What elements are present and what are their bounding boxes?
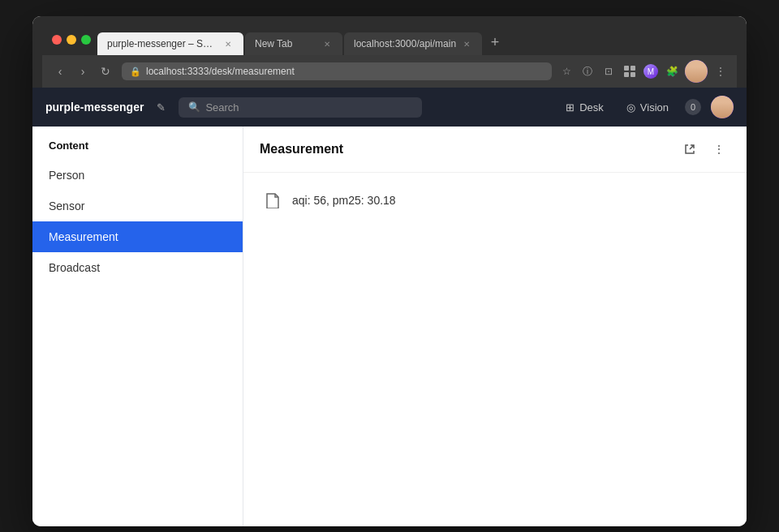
lock-icon: 🔒: [130, 66, 141, 77]
sidebar-item-label: Measurement: [49, 230, 118, 243]
app-logo: purple-messenger: [45, 101, 144, 114]
window-controls: [52, 35, 91, 45]
list-item[interactable]: aqi: 56, pm25: 30.18: [256, 182, 734, 218]
edit-icon[interactable]: ✎: [157, 101, 166, 114]
external-link-button[interactable]: [678, 138, 701, 161]
reload-button[interactable]: ↻: [96, 62, 115, 81]
browser-chrome: purple-messenger – Sanity ✕ New Tab ✕ lo…: [32, 16, 747, 88]
tab-new-tab[interactable]: New Tab ✕: [245, 32, 342, 55]
tab-close-icon[interactable]: ✕: [222, 38, 234, 49]
logo-text: purple-messenger: [45, 101, 144, 114]
desk-label: Desk: [579, 101, 604, 114]
new-tab-button[interactable]: +: [484, 31, 506, 54]
browser-window: purple-messenger – Sanity ✕ New Tab ✕ lo…: [32, 16, 747, 526]
app-body: Content Person Sensor Measurement Broadc…: [32, 127, 747, 526]
tab-purple-messenger[interactable]: purple-messenger – Sanity ✕: [97, 32, 243, 55]
sidebar-item-label: Broadcast: [49, 261, 100, 274]
sidebar-item-measurement[interactable]: Measurement: [32, 221, 243, 252]
user-avatar-header[interactable]: [711, 96, 734, 118]
tab-localhost[interactable]: localhost:3000/api/main ✕: [344, 32, 482, 55]
sidebar-item-label: Person: [49, 169, 84, 182]
tab-title: localhost:3000/api/main: [354, 38, 456, 49]
info-icon[interactable]: ⓘ: [579, 63, 596, 79]
menu-icon[interactable]: ⋮: [712, 63, 729, 79]
list-item-text: aqi: 56, pm25: 30.18: [292, 194, 396, 207]
svg-rect-0: [624, 66, 629, 71]
content-list: aqi: 56, pm25: 30.18: [243, 173, 747, 228]
puzzle-icon[interactable]: 🧩: [664, 63, 680, 79]
maximize-button[interactable]: [81, 35, 91, 45]
tab-title: purple-messenger – Sanity: [107, 38, 217, 49]
download-icon[interactable]: ⊡: [600, 63, 617, 79]
svg-rect-2: [624, 72, 629, 77]
svg-rect-1: [631, 66, 635, 71]
close-button[interactable]: [52, 35, 62, 45]
search-bar[interactable]: 🔍 Search: [179, 97, 422, 118]
desk-button[interactable]: ⊞ Desk: [559, 98, 610, 117]
address-bar[interactable]: 🔒 localhost:3333/desk/measurement: [122, 62, 552, 80]
sidebar-section-header: Content: [32, 127, 243, 160]
sidebar-item-label: Sensor: [49, 200, 84, 212]
header-right: ⊞ Desk ◎ Vision 0: [559, 96, 734, 118]
user-avatar[interactable]: [685, 60, 708, 83]
browser-toolbar: ‹ › ↻ 🔒 localhost:3333/desk/measurement …: [42, 55, 737, 88]
sidebar-item-person[interactable]: Person: [32, 160, 243, 191]
content-title: Measurement: [260, 142, 678, 157]
tab-bar: purple-messenger – Sanity ✕ New Tab ✕ lo…: [97, 31, 506, 55]
tab-close-icon[interactable]: ✕: [321, 38, 333, 49]
eye-icon: ◎: [626, 101, 635, 114]
main-content: Measurement ⋮: [243, 127, 747, 526]
toolbar-icons: ☆ ⓘ ⊡ M 🧩 ⋮: [558, 60, 729, 83]
content-header: Measurement ⋮: [243, 127, 747, 173]
url-text: localhost:3333/desk/measurement: [146, 66, 295, 77]
extension-icon[interactable]: [622, 63, 638, 79]
forward-button[interactable]: ›: [73, 62, 93, 81]
search-icon: 🔍: [188, 101, 200, 113]
svg-rect-3: [631, 72, 635, 77]
app-header: purple-messenger ✎ 🔍 Search ⊞ Desk ◎ Vis…: [32, 88, 747, 127]
notification-badge[interactable]: 0: [685, 99, 701, 115]
nav-buttons: ‹ › ↻: [50, 62, 115, 81]
desk-icon: ⊞: [566, 101, 575, 114]
sidebar-item-sensor[interactable]: Sensor: [32, 191, 243, 221]
sidebar-item-broadcast[interactable]: Broadcast: [32, 252, 243, 283]
content-actions: ⋮: [678, 138, 730, 161]
back-button[interactable]: ‹: [50, 62, 70, 81]
profile-icon[interactable]: M: [643, 63, 659, 79]
sidebar: Content Person Sensor Measurement Broadc…: [32, 127, 243, 526]
vision-button[interactable]: ◎ Vision: [620, 98, 675, 117]
more-options-button[interactable]: ⋮: [708, 138, 730, 161]
search-placeholder: Search: [205, 101, 239, 114]
minimize-button[interactable]: [67, 35, 76, 45]
tab-title: New Tab: [255, 38, 316, 49]
notification-count: 0: [691, 102, 695, 112]
document-icon: [263, 191, 282, 210]
vision-label: Vision: [640, 101, 669, 114]
tab-close-icon[interactable]: ✕: [461, 38, 472, 49]
star-icon[interactable]: ☆: [558, 63, 575, 79]
